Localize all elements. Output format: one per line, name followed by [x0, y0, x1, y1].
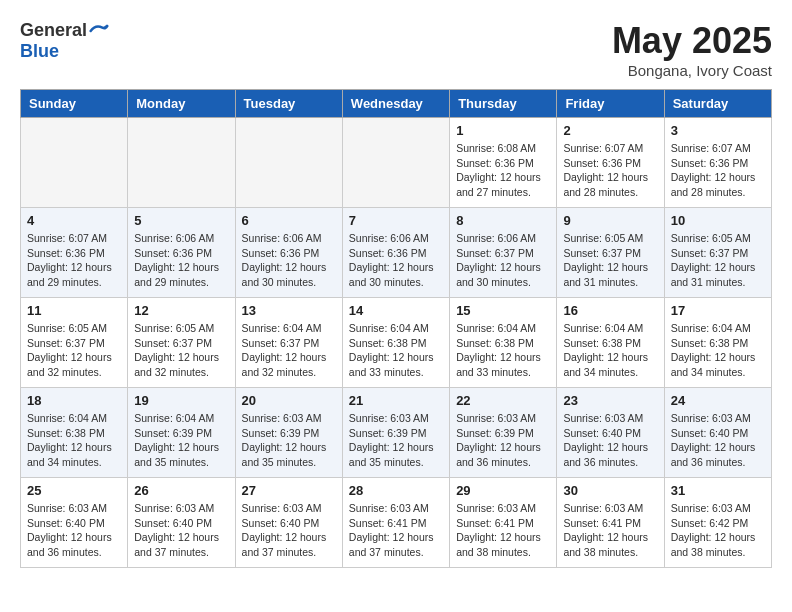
- day-info: Sunrise: 6:06 AM Sunset: 6:36 PM Dayligh…: [349, 231, 443, 290]
- day-number: 3: [671, 123, 765, 138]
- day-number: 15: [456, 303, 550, 318]
- day-number: 11: [27, 303, 121, 318]
- calendar-cell: 3Sunrise: 6:07 AM Sunset: 6:36 PM Daylig…: [664, 118, 771, 208]
- week-row: 1Sunrise: 6:08 AM Sunset: 6:36 PM Daylig…: [21, 118, 772, 208]
- day-number: 10: [671, 213, 765, 228]
- calendar-cell: 7Sunrise: 6:06 AM Sunset: 6:36 PM Daylig…: [342, 208, 449, 298]
- week-row: 18Sunrise: 6:04 AM Sunset: 6:38 PM Dayli…: [21, 388, 772, 478]
- day-number: 27: [242, 483, 336, 498]
- logo: General Blue: [20, 20, 109, 62]
- day-number: 25: [27, 483, 121, 498]
- day-number: 29: [456, 483, 550, 498]
- day-info: Sunrise: 6:03 AM Sunset: 6:40 PM Dayligh…: [27, 501, 121, 560]
- column-header-wednesday: Wednesday: [342, 90, 449, 118]
- calendar-cell: 2Sunrise: 6:07 AM Sunset: 6:36 PM Daylig…: [557, 118, 664, 208]
- day-number: 31: [671, 483, 765, 498]
- day-number: 7: [349, 213, 443, 228]
- day-info: Sunrise: 6:03 AM Sunset: 6:41 PM Dayligh…: [456, 501, 550, 560]
- column-header-friday: Friday: [557, 90, 664, 118]
- day-info: Sunrise: 6:05 AM Sunset: 6:37 PM Dayligh…: [671, 231, 765, 290]
- page-header: General Blue May 2025 Bongana, Ivory Coa…: [20, 20, 772, 79]
- day-info: Sunrise: 6:03 AM Sunset: 6:40 PM Dayligh…: [134, 501, 228, 560]
- day-number: 19: [134, 393, 228, 408]
- day-info: Sunrise: 6:03 AM Sunset: 6:41 PM Dayligh…: [563, 501, 657, 560]
- calendar-cell: 24Sunrise: 6:03 AM Sunset: 6:40 PM Dayli…: [664, 388, 771, 478]
- day-info: Sunrise: 6:04 AM Sunset: 6:38 PM Dayligh…: [456, 321, 550, 380]
- day-number: 26: [134, 483, 228, 498]
- logo-blue-text: Blue: [20, 41, 59, 62]
- week-row: 11Sunrise: 6:05 AM Sunset: 6:37 PM Dayli…: [21, 298, 772, 388]
- calendar-cell: 20Sunrise: 6:03 AM Sunset: 6:39 PM Dayli…: [235, 388, 342, 478]
- day-info: Sunrise: 6:05 AM Sunset: 6:37 PM Dayligh…: [27, 321, 121, 380]
- day-number: 28: [349, 483, 443, 498]
- day-number: 5: [134, 213, 228, 228]
- logo-icon: [89, 21, 109, 41]
- month-title: May 2025: [612, 20, 772, 62]
- day-number: 16: [563, 303, 657, 318]
- day-info: Sunrise: 6:07 AM Sunset: 6:36 PM Dayligh…: [27, 231, 121, 290]
- calendar-cell: 17Sunrise: 6:04 AM Sunset: 6:38 PM Dayli…: [664, 298, 771, 388]
- calendar-cell: [342, 118, 449, 208]
- day-number: 17: [671, 303, 765, 318]
- column-header-sunday: Sunday: [21, 90, 128, 118]
- calendar-cell: 14Sunrise: 6:04 AM Sunset: 6:38 PM Dayli…: [342, 298, 449, 388]
- day-number: 22: [456, 393, 550, 408]
- column-header-thursday: Thursday: [450, 90, 557, 118]
- day-number: 13: [242, 303, 336, 318]
- calendar-cell: [21, 118, 128, 208]
- day-info: Sunrise: 6:08 AM Sunset: 6:36 PM Dayligh…: [456, 141, 550, 200]
- day-info: Sunrise: 6:06 AM Sunset: 6:36 PM Dayligh…: [134, 231, 228, 290]
- week-row: 25Sunrise: 6:03 AM Sunset: 6:40 PM Dayli…: [21, 478, 772, 568]
- day-info: Sunrise: 6:05 AM Sunset: 6:37 PM Dayligh…: [563, 231, 657, 290]
- calendar-cell: [128, 118, 235, 208]
- calendar-cell: 4Sunrise: 6:07 AM Sunset: 6:36 PM Daylig…: [21, 208, 128, 298]
- day-info: Sunrise: 6:04 AM Sunset: 6:38 PM Dayligh…: [563, 321, 657, 380]
- calendar-cell: 27Sunrise: 6:03 AM Sunset: 6:40 PM Dayli…: [235, 478, 342, 568]
- calendar-cell: 21Sunrise: 6:03 AM Sunset: 6:39 PM Dayli…: [342, 388, 449, 478]
- calendar-table: SundayMondayTuesdayWednesdayThursdayFrid…: [20, 89, 772, 568]
- day-info: Sunrise: 6:03 AM Sunset: 6:39 PM Dayligh…: [242, 411, 336, 470]
- calendar-cell: [235, 118, 342, 208]
- calendar-cell: 28Sunrise: 6:03 AM Sunset: 6:41 PM Dayli…: [342, 478, 449, 568]
- column-header-tuesday: Tuesday: [235, 90, 342, 118]
- day-number: 6: [242, 213, 336, 228]
- column-header-monday: Monday: [128, 90, 235, 118]
- calendar-cell: 18Sunrise: 6:04 AM Sunset: 6:38 PM Dayli…: [21, 388, 128, 478]
- day-info: Sunrise: 6:07 AM Sunset: 6:36 PM Dayligh…: [563, 141, 657, 200]
- week-row: 4Sunrise: 6:07 AM Sunset: 6:36 PM Daylig…: [21, 208, 772, 298]
- title-block: May 2025 Bongana, Ivory Coast: [612, 20, 772, 79]
- calendar-cell: 22Sunrise: 6:03 AM Sunset: 6:39 PM Dayli…: [450, 388, 557, 478]
- calendar-cell: 29Sunrise: 6:03 AM Sunset: 6:41 PM Dayli…: [450, 478, 557, 568]
- day-info: Sunrise: 6:03 AM Sunset: 6:39 PM Dayligh…: [456, 411, 550, 470]
- day-info: Sunrise: 6:03 AM Sunset: 6:40 PM Dayligh…: [563, 411, 657, 470]
- day-info: Sunrise: 6:05 AM Sunset: 6:37 PM Dayligh…: [134, 321, 228, 380]
- day-number: 18: [27, 393, 121, 408]
- day-info: Sunrise: 6:04 AM Sunset: 6:38 PM Dayligh…: [27, 411, 121, 470]
- day-info: Sunrise: 6:04 AM Sunset: 6:39 PM Dayligh…: [134, 411, 228, 470]
- calendar-cell: 23Sunrise: 6:03 AM Sunset: 6:40 PM Dayli…: [557, 388, 664, 478]
- day-info: Sunrise: 6:03 AM Sunset: 6:40 PM Dayligh…: [671, 411, 765, 470]
- day-number: 30: [563, 483, 657, 498]
- calendar-cell: 6Sunrise: 6:06 AM Sunset: 6:36 PM Daylig…: [235, 208, 342, 298]
- calendar-cell: 19Sunrise: 6:04 AM Sunset: 6:39 PM Dayli…: [128, 388, 235, 478]
- day-info: Sunrise: 6:04 AM Sunset: 6:37 PM Dayligh…: [242, 321, 336, 380]
- day-number: 8: [456, 213, 550, 228]
- day-number: 2: [563, 123, 657, 138]
- calendar-cell: 26Sunrise: 6:03 AM Sunset: 6:40 PM Dayli…: [128, 478, 235, 568]
- location: Bongana, Ivory Coast: [612, 62, 772, 79]
- calendar-cell: 31Sunrise: 6:03 AM Sunset: 6:42 PM Dayli…: [664, 478, 771, 568]
- calendar-cell: 5Sunrise: 6:06 AM Sunset: 6:36 PM Daylig…: [128, 208, 235, 298]
- calendar-cell: 12Sunrise: 6:05 AM Sunset: 6:37 PM Dayli…: [128, 298, 235, 388]
- day-number: 20: [242, 393, 336, 408]
- day-number: 1: [456, 123, 550, 138]
- day-number: 9: [563, 213, 657, 228]
- day-number: 23: [563, 393, 657, 408]
- day-info: Sunrise: 6:06 AM Sunset: 6:36 PM Dayligh…: [242, 231, 336, 290]
- calendar-cell: 15Sunrise: 6:04 AM Sunset: 6:38 PM Dayli…: [450, 298, 557, 388]
- calendar-cell: 11Sunrise: 6:05 AM Sunset: 6:37 PM Dayli…: [21, 298, 128, 388]
- column-header-saturday: Saturday: [664, 90, 771, 118]
- day-info: Sunrise: 6:06 AM Sunset: 6:37 PM Dayligh…: [456, 231, 550, 290]
- day-info: Sunrise: 6:03 AM Sunset: 6:41 PM Dayligh…: [349, 501, 443, 560]
- day-info: Sunrise: 6:03 AM Sunset: 6:42 PM Dayligh…: [671, 501, 765, 560]
- day-number: 24: [671, 393, 765, 408]
